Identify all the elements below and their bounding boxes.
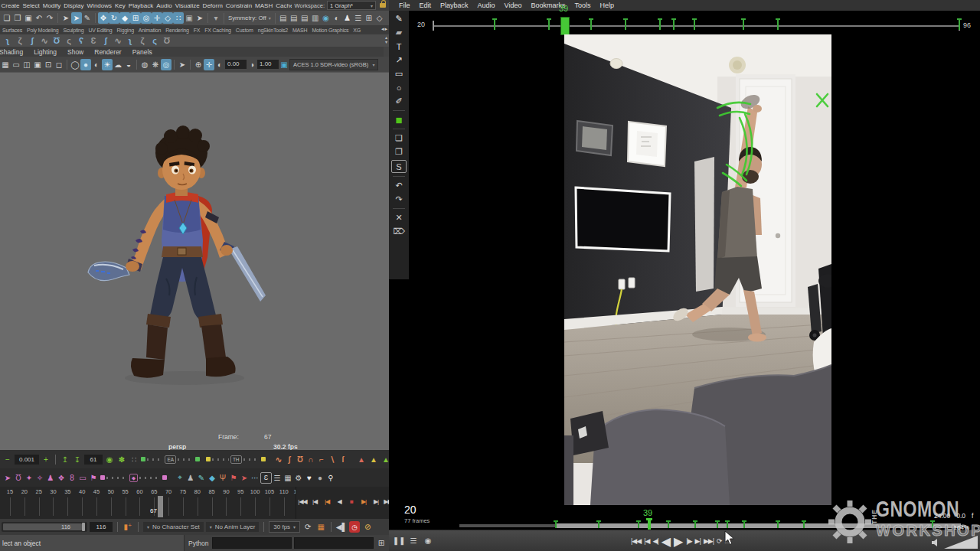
gamma-field[interactable]: 1.00 <box>257 60 279 69</box>
anim-curve-icon-7[interactable]: ʕ <box>75 35 87 47</box>
snapshot-icon[interactable]: S <box>391 160 407 173</box>
make-live-icon[interactable]: ∷ <box>173 12 184 24</box>
redo-icon[interactable]: ↷ <box>44 12 55 24</box>
range-slider-handle[interactable] <box>82 523 85 531</box>
texture-sphere-icon[interactable]: ◉ <box>321 12 332 24</box>
loop-icon[interactable]: ⟳ <box>717 537 722 545</box>
plus-button[interactable]: + <box>41 454 51 465</box>
shaded-sphere-icon[interactable]: ◐ <box>332 12 342 24</box>
loop-icon[interactable]: ⟳ <box>302 521 313 533</box>
current-frame-marker[interactable] <box>648 518 651 530</box>
maya-menu-create[interactable]: Create <box>0 2 21 9</box>
panel-menu-shading[interactable]: Shading <box>0 48 29 56</box>
step-back-frame-button[interactable]: |◀ <box>309 496 320 507</box>
redo-icon[interactable]: ↷ <box>392 194 406 205</box>
bookmark-tick[interactable] <box>777 520 779 528</box>
shelf-tab-poly-modeling[interactable]: Poly Modeling <box>24 28 60 33</box>
select-camera-icon[interactable]: ➤ <box>177 59 188 70</box>
anim-curve-icon-8[interactable]: Ɛ <box>87 35 100 47</box>
go-to-end-button[interactable]: ▶▶| <box>704 537 714 545</box>
xray-joints-icon[interactable]: ❋ <box>150 59 161 70</box>
bookmark-tick[interactable] <box>659 18 661 30</box>
maya-menu-constrain[interactable]: Constrain <box>224 2 253 9</box>
timeline-tick[interactable] <box>39 497 40 516</box>
bookmark-tick[interactable] <box>743 18 744 30</box>
bookmark-tick[interactable] <box>625 18 626 30</box>
bookmark-tick[interactable] <box>959 18 960 30</box>
anim-curve-icon-13[interactable]: ς <box>149 35 161 47</box>
speaker-icon[interactable]: ◀▌ <box>336 521 347 533</box>
render-sequence-icon[interactable]: ▤ <box>299 12 310 24</box>
xray-icon[interactable]: ◍ <box>139 59 150 70</box>
marker-tool-icon[interactable]: ✐ <box>392 96 406 107</box>
next-key-icon[interactable]: ↧ <box>72 454 83 465</box>
bookmark-tick[interactable] <box>694 18 695 30</box>
safe-action-icon[interactable]: ◻ <box>54 59 64 70</box>
play-backward-button[interactable]: ◀ <box>662 534 671 549</box>
reference-video-frame[interactable] <box>564 34 831 505</box>
bookmark-tick[interactable] <box>743 520 745 528</box>
maya-menu-windows[interactable]: Windows <box>86 2 113 9</box>
character-set-dropdown[interactable]: ▾ No Character Set <box>143 522 204 532</box>
film-gate-icon[interactable]: ▭ <box>11 59 21 70</box>
info-list-icon[interactable]: ☰ <box>408 535 419 546</box>
timeline-tick[interactable] <box>270 497 270 516</box>
ease-curve-icon-3[interactable]: Ʊ <box>295 454 305 465</box>
flag-pink-icon[interactable]: ⚑ <box>88 472 99 484</box>
go-to-start-button[interactable]: |◀◀ <box>297 496 308 507</box>
stop-button[interactable]: ■ <box>346 496 357 507</box>
eraser-icon[interactable]: ▰ <box>392 27 406 38</box>
panel-menu-renderer[interactable]: Renderer <box>90 48 127 56</box>
search-icon[interactable]: ⚲ <box>325 472 336 484</box>
bookmark-tick[interactable] <box>777 18 779 30</box>
lock-icon[interactable] <box>380 3 386 8</box>
move-tool-icon[interactable]: ✥ <box>98 12 109 24</box>
lock-icon[interactable]: ▣ <box>184 12 194 24</box>
shelf-tab-rigging[interactable]: Rigging <box>114 28 136 33</box>
bookmark-tick[interactable] <box>668 520 669 528</box>
timeline-tick[interactable] <box>67 497 68 516</box>
timeline-tick[interactable] <box>240 497 241 516</box>
timeline-tick[interactable] <box>139 497 140 516</box>
bookmark-tick[interactable] <box>717 520 718 528</box>
shelf-tab-animation[interactable]: Animation <box>136 28 163 33</box>
snap-plane-icon[interactable]: ◇ <box>162 12 173 24</box>
ipr-render-icon[interactable]: ▤ <box>289 12 299 24</box>
ease-curve-icon-7[interactable]: ſ <box>338 454 348 465</box>
bookmark-tick[interactable] <box>638 520 639 528</box>
tween-value-field[interactable]: 0.001 <box>15 455 39 465</box>
maya-menu-playback[interactable]: Playback <box>127 2 154 9</box>
gear-person-icon[interactable]: ⚙ <box>293 472 304 484</box>
bookmark-tick[interactable] <box>727 520 728 528</box>
pawn-icon[interactable]: ♟ <box>45 472 56 484</box>
grid-dots-icon[interactable]: ∷ <box>129 454 139 465</box>
pill-icon[interactable]: ▭ <box>77 472 88 484</box>
step-back-button[interactable]: ◀| <box>652 537 658 545</box>
in-range-segment[interactable]: 39 <box>555 523 961 528</box>
maya-menu-select[interactable]: Select <box>21 2 41 9</box>
current-time-marker[interactable] <box>158 496 163 517</box>
shelf-tab-uv-editing[interactable]: UV Editing <box>86 28 114 33</box>
green-key-dot[interactable] <box>195 457 200 461</box>
timeline-tick[interactable] <box>126 497 126 516</box>
timeline-tick[interactable] <box>226 497 227 516</box>
power-icon[interactable]: ◉ <box>104 454 115 465</box>
green-key-dot[interactable] <box>141 457 145 461</box>
anim-curve-icon-3[interactable]: ʃ <box>26 35 38 47</box>
bookmark-tick[interactable] <box>694 520 696 528</box>
step-forward-frame-button[interactable]: ▶| <box>371 496 381 507</box>
pink-key-dot[interactable] <box>162 475 167 480</box>
anim-curve-icon-12[interactable]: ζ <box>136 35 149 47</box>
text-tool-icon[interactable]: T <box>392 41 406 52</box>
grid-icon[interactable]: ⊞ <box>364 12 374 24</box>
delete-annotation-icon[interactable]: ✕ <box>392 212 406 223</box>
new-scene-icon[interactable]: ❏ <box>2 12 12 24</box>
bookmark-tick[interactable] <box>494 18 495 30</box>
select-tool-icon[interactable]: ➤ <box>60 12 71 24</box>
flag-red-icon[interactable]: ⚑ <box>228 472 239 484</box>
heart-icon[interactable]: ♥ <box>304 472 315 484</box>
sphere-icon[interactable]: ● <box>315 472 325 484</box>
timeline-tick[interactable] <box>255 497 256 516</box>
pencil-icon[interactable]: ✎ <box>392 13 406 24</box>
isolate-select-icon[interactable]: ◎ <box>161 59 172 70</box>
